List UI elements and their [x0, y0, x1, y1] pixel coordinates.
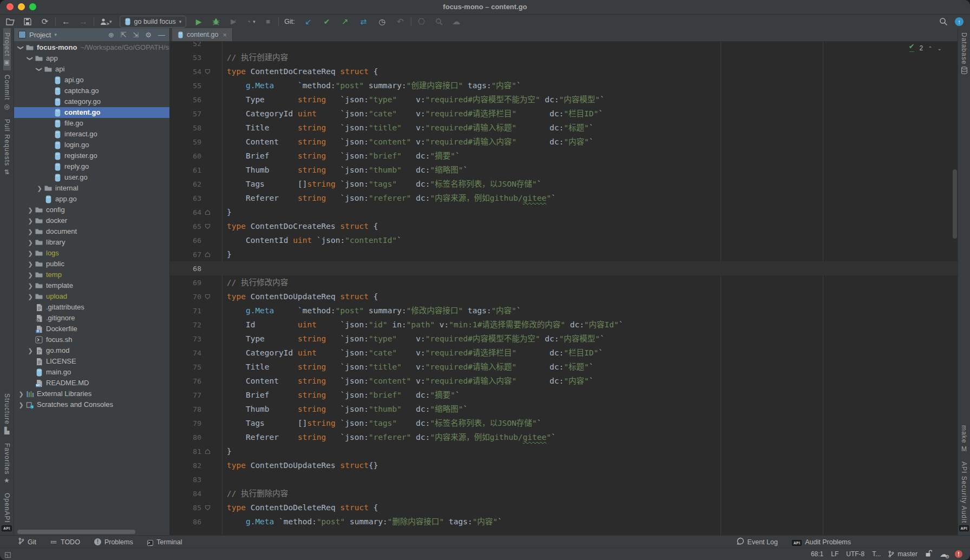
line-number[interactable]: 77 [170, 391, 201, 399]
search-icon[interactable] [939, 17, 948, 27]
open-icon[interactable] [5, 17, 15, 27]
code-line-54[interactable]: 54type ContentDoCreateReq struct { [170, 64, 958, 78]
code-line-81[interactable]: 81} [170, 444, 958, 458]
code-line-57[interactable]: 57 CategoryId uint `json:"cate" v:"requi… [170, 107, 958, 121]
tool-window-button-terminal[interactable]: >_Terminal [147, 537, 182, 546]
coverage-icon[interactable]: ▶̷ [228, 17, 238, 27]
stripe-item-structure[interactable]: Structure▙ [3, 389, 11, 439]
code-line-78[interactable]: 78 Thumb string `json:"thumb" dc:"缩略图"` [170, 402, 958, 416]
code-line-53[interactable]: 53// 执行创建内容 [170, 50, 958, 64]
tree-item-api.go[interactable]: api.go [14, 75, 169, 85]
stop-icon[interactable]: ■ [263, 17, 273, 27]
line-number[interactable]: 59 [170, 138, 201, 146]
code-line-72[interactable]: 72 Id uint `json:"id" in:"path" v:"min:1… [170, 318, 958, 332]
line-number[interactable]: 67 [170, 251, 201, 259]
line-number[interactable]: 65 [170, 222, 201, 230]
run-icon[interactable]: ▶ [194, 17, 204, 27]
code-line-77[interactable]: 77 Brief string `json:"brief" dc:"摘要"` [170, 388, 958, 402]
line-number[interactable]: 62 [170, 180, 201, 188]
line-number[interactable]: 53 [170, 54, 201, 62]
code-line-59[interactable]: 59 Content string `json:"content" v:"req… [170, 135, 958, 149]
code-line-55[interactable]: 55 g.Meta `method:"post" summary:"创建内容接口… [170, 78, 958, 93]
stripe-item-database[interactable]: Database [960, 28, 968, 80]
code-line-75[interactable]: 75 Title string `json:"title" v:"require… [170, 360, 958, 374]
line-ending[interactable]: LF [831, 550, 838, 558]
line-number[interactable]: 64 [170, 208, 201, 216]
chevron-collapsed-icon[interactable]: ❯ [26, 259, 35, 269]
line-number[interactable]: 76 [170, 377, 201, 385]
code-line-60[interactable]: 60 Brief string `json:"brief" dc:"摘要"` [170, 149, 958, 163]
line-number[interactable]: 54 [170, 68, 201, 76]
code-line-52[interactable]: 52 [170, 42, 958, 50]
code-line-70[interactable]: 70type ContentDoUpdateReq struct { [170, 289, 958, 304]
chevron-collapsed-icon[interactable]: ❯ [26, 237, 35, 248]
fold-start-icon[interactable] [201, 289, 213, 304]
git-merge-icon[interactable]: ⇄ [359, 17, 369, 27]
fold-start-icon[interactable] [201, 500, 213, 515]
line-number[interactable]: 79 [170, 419, 201, 427]
line-number[interactable]: 85 [170, 504, 201, 512]
inspections-widget[interactable]: ✔﹏ 2 ⌃ ⌄ [909, 44, 942, 52]
fold-end-icon[interactable] [201, 444, 213, 458]
line-number[interactable]: 56 [170, 96, 201, 104]
tree-item-library[interactable]: ❯library [14, 237, 169, 248]
profiler-icon[interactable]: ◔▾ [246, 17, 255, 27]
code-line-73[interactable]: 73 Type string `json:"type" v:"required#… [170, 332, 958, 346]
save-icon[interactable] [23, 17, 32, 27]
code-line-84[interactable]: 84// 执行删除内容 [170, 486, 958, 500]
stripe-item-make[interactable]: makeM [960, 421, 968, 457]
tree-item-logs[interactable]: ❯logs [14, 248, 169, 259]
chevron-expanded-icon[interactable]: ❯ [34, 65, 45, 74]
code-line-67[interactable]: 67} [170, 247, 958, 261]
code-line-79[interactable]: 79 Tags []string `json:"tags" dc:"标签名称列表… [170, 416, 958, 430]
tree-item-template[interactable]: ❯template [14, 280, 169, 291]
locate-file-icon[interactable]: ⊕ [108, 31, 114, 39]
tree-item-reply.go[interactable]: reply.go [14, 161, 169, 172]
search-everywhere-dim-icon[interactable] [434, 17, 444, 27]
tool-window-button-git[interactable]: Git [18, 537, 36, 546]
file-encoding[interactable]: UTF-8 [846, 550, 864, 558]
prev-problem-icon[interactable]: ⌃ [928, 45, 932, 51]
gear-icon[interactable]: ⚙ [145, 31, 152, 39]
line-number[interactable]: 74 [170, 349, 201, 357]
line-number[interactable]: 72 [170, 321, 201, 329]
tree-item-file.go[interactable]: file.go [14, 118, 169, 129]
line-number[interactable]: 84 [170, 490, 201, 498]
project-panel-title[interactable]: Project [29, 31, 51, 39]
fold-end-icon[interactable] [201, 205, 213, 219]
stripe-item-pull-requests[interactable]: Pull Requests⇅ [3, 115, 11, 180]
stripe-item-openapi[interactable]: OpenAPIAPI [2, 489, 11, 536]
tree-item-license[interactable]: LICENSE [14, 356, 169, 367]
line-number[interactable]: 69 [170, 279, 201, 287]
tree-item-dockerfile[interactable]: DDockerfile [14, 324, 169, 334]
error-indicator-icon[interactable]: ! [955, 550, 962, 558]
tool-window-button-event-log[interactable]: Event Log [737, 537, 778, 546]
code-line-80[interactable]: 80 Referer string `json:"referer" dc:"内容… [170, 430, 958, 444]
forward-icon[interactable]: → [78, 17, 88, 27]
code-line-58[interactable]: 58 Title string `json:"title" v:"require… [170, 121, 958, 135]
next-problem-icon[interactable]: ⌄ [938, 45, 942, 51]
unlock-icon[interactable] [925, 550, 932, 559]
tab-content-go[interactable]: content.go × [172, 28, 233, 41]
git-update-icon[interactable]: ↙ [304, 17, 313, 27]
tree-item-go.mod[interactable]: ❯go.mod [14, 345, 169, 356]
code-with-me-icon[interactable]: ▾ [100, 17, 112, 27]
chevron-collapsed-icon[interactable]: ❯ [26, 215, 35, 226]
close-icon[interactable]: × [222, 31, 227, 39]
cloud-settings-icon[interactable]: ☁⚙ [940, 550, 947, 558]
chevron-down-icon[interactable]: ▾ [54, 32, 57, 37]
code-line-69[interactable]: 69// 执行修改内容 [170, 275, 958, 289]
chevron-collapsed-icon[interactable]: ❯ [17, 399, 25, 410]
rollback-icon[interactable]: ↶ [396, 17, 405, 27]
tool-window-button-problems[interactable]: !Problems [94, 537, 133, 546]
tree-item-.gitignore[interactable]: .gitignore [14, 313, 169, 324]
tree-item-captcha.go[interactable]: captcha.go [14, 85, 169, 96]
tree-item-upload[interactable]: ❯upload [14, 291, 169, 302]
tree-item-document[interactable]: ❯document [14, 226, 169, 237]
git-commit-icon[interactable]: ✔ [322, 17, 332, 27]
tree-item-main.go[interactable]: main.go [14, 367, 169, 378]
line-number[interactable]: 61 [170, 166, 201, 174]
line-number[interactable]: 86 [170, 518, 201, 526]
line-number[interactable]: 58 [170, 124, 201, 132]
chevron-collapsed-icon[interactable]: ❯ [26, 345, 35, 356]
